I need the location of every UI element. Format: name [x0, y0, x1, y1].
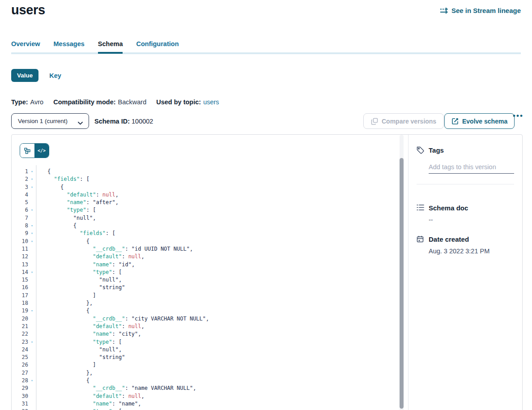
fold-spacer: [28, 354, 36, 361]
fold-spacer: [28, 393, 36, 400]
code-text: "type": [: [36, 206, 96, 214]
code-line: 26 ]: [12, 361, 408, 369]
tags-section-header: Tags: [417, 146, 514, 154]
version-select[interactable]: Version 1 (current): [11, 113, 89, 129]
more-actions-button[interactable]: •••: [513, 111, 523, 120]
fold-arrow-icon[interactable]: ▾: [28, 269, 36, 276]
tab-configuration[interactable]: Configuration: [136, 40, 179, 54]
fold-arrow-icon[interactable]: ▾: [28, 307, 36, 315]
fold-arrow-icon[interactable]: ▾: [28, 175, 36, 183]
key-tab-button[interactable]: Key: [49, 72, 61, 79]
topic-link[interactable]: users: [203, 98, 219, 106]
code-view-icon: </>: [38, 148, 46, 153]
tree-view-button[interactable]: [20, 144, 34, 158]
code-text: "type": [: [36, 338, 122, 346]
schema-panel: </> 1▾{2▾ "fields": [3▾ {4 "default": nu…: [11, 134, 523, 410]
code-text: "__crdb__": "city VARCHAR NOT NULL",: [36, 315, 209, 323]
list-icon: [417, 204, 424, 212]
line-number: 3: [12, 184, 28, 191]
code-line: 2▾ "fields": [: [12, 175, 408, 183]
line-number: 7: [12, 214, 28, 222]
code-area: 1▾{2▾ "fields": [3▾ {4 "default": null,5…: [12, 168, 408, 410]
tags-title: Tags: [429, 146, 444, 154]
fold-arrow-icon[interactable]: ▾: [28, 408, 36, 410]
code-line: 4 "default": null,: [12, 191, 408, 199]
fold-spacer: [28, 330, 36, 338]
value-key-toggle: Value Key: [11, 69, 61, 82]
tag-icon: [417, 146, 424, 154]
line-number: 24: [12, 346, 28, 354]
schema-id: Schema ID: 100002: [94, 118, 153, 125]
code-line: 11 "__crdb__": "id UUID NOT NULL",: [12, 245, 408, 253]
date-created-title: Date created: [429, 235, 469, 243]
fold-spacer: [28, 245, 36, 253]
date-created-value: Aug. 3 2022 3:21 PM: [429, 248, 514, 255]
code-line: 5 "name": "after",: [12, 199, 408, 206]
line-number: 30: [12, 393, 28, 400]
line-number: 22: [12, 330, 28, 338]
line-number: 28: [12, 377, 28, 384]
code-line: 24 "null",: [12, 346, 408, 354]
value-tab-button[interactable]: Value: [11, 69, 38, 82]
calendar-plus-icon: [417, 235, 424, 243]
line-number: 25: [12, 354, 28, 361]
tab-overview[interactable]: Overview: [11, 40, 40, 54]
fold-spacer: [28, 369, 36, 377]
code-text: {: [36, 222, 77, 230]
fold-arrow-icon[interactable]: ▾: [28, 222, 36, 230]
line-number: 23: [12, 338, 28, 346]
code-text: "string": [36, 354, 125, 361]
stream-lineage-link[interactable]: See in Stream lineage: [440, 7, 521, 14]
type-label: Type:: [11, 98, 28, 106]
line-number: 13: [12, 261, 28, 269]
line-number: 4: [12, 191, 28, 199]
code-view-button[interactable]: </>: [34, 144, 49, 158]
fold-arrow-icon[interactable]: ▾: [28, 168, 36, 175]
fold-spacer: [28, 384, 36, 392]
code-line: 18 },: [12, 299, 408, 307]
fold-spacer: [28, 253, 36, 261]
code-line: 3▾ {: [12, 184, 408, 191]
code-line: 32▾ "type": [: [12, 408, 408, 410]
fold-spacer: [28, 276, 36, 284]
code-text: },: [36, 299, 93, 307]
code-text: "fields": [: [36, 230, 115, 237]
tab-messages[interactable]: Messages: [54, 40, 85, 54]
compatibility-value: Backward: [118, 98, 147, 106]
line-number: 1: [12, 168, 28, 175]
compare-versions-button[interactable]: Compare versions: [363, 113, 444, 129]
code-text: "null",: [36, 214, 96, 222]
fold-spacer: [28, 400, 36, 408]
fold-spacer: [28, 315, 36, 323]
fold-arrow-icon[interactable]: ▾: [28, 230, 36, 237]
line-number: 15: [12, 276, 28, 284]
evolve-schema-button[interactable]: Evolve schema: [444, 113, 515, 129]
page-title: users: [11, 3, 45, 17]
line-number: 17: [12, 292, 28, 299]
code-line: 9▾ "fields": [: [12, 230, 408, 237]
chevron-down-icon: [78, 120, 83, 123]
code-line: 13 "name": "id",: [12, 261, 408, 269]
add-tags-input[interactable]: [429, 163, 514, 174]
line-number: 16: [12, 284, 28, 291]
fold-spacer: [28, 299, 36, 307]
compare-versions-icon: [371, 118, 378, 125]
fold-arrow-icon[interactable]: ▾: [28, 238, 36, 245]
fold-arrow-icon[interactable]: ▾: [28, 377, 36, 384]
code-text: ]: [36, 361, 96, 369]
fold-arrow-icon[interactable]: ▾: [28, 338, 36, 346]
schema-doc-title: Schema doc: [429, 204, 468, 212]
line-number: 32: [12, 408, 28, 410]
code-text: "default": null,: [36, 191, 119, 199]
line-number: 19: [12, 307, 28, 315]
tab-schema[interactable]: Schema: [98, 40, 123, 54]
code-lines: 1▾{2▾ "fields": [3▾ {4 "default": null,5…: [12, 168, 408, 410]
stream-lineage-label: See in Stream lineage: [451, 7, 521, 14]
code-line: 6▾ "type": [: [12, 206, 408, 214]
line-number: 6: [12, 206, 28, 214]
schema-meta-row: Type: Avro Compatibility mode: Backward …: [11, 98, 219, 106]
fold-arrow-icon[interactable]: ▾: [28, 206, 36, 214]
fold-arrow-icon[interactable]: ▾: [28, 184, 36, 191]
code-text: "fields": [: [36, 175, 89, 183]
scrollbar-thumb[interactable]: [400, 158, 404, 409]
